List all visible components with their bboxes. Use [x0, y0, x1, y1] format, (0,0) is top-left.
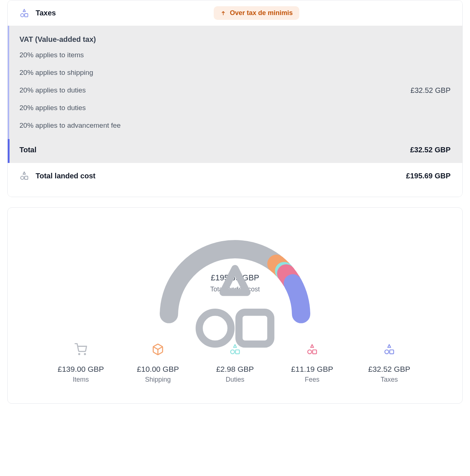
legend-label: Taxes	[380, 376, 398, 384]
legend-amount: £32.52 GBP	[368, 365, 410, 374]
svg-rect-24	[390, 350, 394, 354]
legend-item-items: £139.00 GBP Items	[42, 343, 119, 384]
landed-cost-gauge: £195.69 GBP Total landed cost	[140, 225, 330, 321]
cart-icon	[75, 343, 87, 356]
legend-label: Items	[73, 376, 89, 384]
vat-line: 20% applies to items	[19, 51, 121, 59]
over-tax-de-minimis-badge: Over tax de minimis	[214, 6, 299, 20]
vat-line: 20% applies to duties	[19, 86, 121, 94]
vat-amount: £32.52 GBP	[411, 86, 451, 95]
taxes-header-row[interactable]: Taxes Over tax de minimis	[8, 0, 462, 26]
svg-rect-1	[25, 14, 28, 17]
taxes-total-value: £32.52 GBP	[410, 146, 451, 154]
legend-amount: £10.00 GBP	[137, 365, 179, 374]
legend-amount: £139.00 GBP	[58, 365, 104, 374]
vat-line: 20% applies to advancement fee	[19, 121, 121, 130]
svg-point-17	[84, 353, 86, 355]
taxes-title: Taxes	[36, 9, 56, 17]
taxes-total-label: Total	[19, 146, 36, 154]
svg-point-0	[21, 14, 24, 17]
svg-point-14	[199, 312, 231, 344]
over-badge-label: Over tax de minimis	[230, 9, 293, 17]
legend-amount: £2.98 GBP	[216, 365, 254, 374]
svg-point-2	[21, 176, 24, 179]
svg-rect-3	[25, 176, 28, 179]
arrow-up-icon	[220, 10, 226, 16]
shapes-icon	[383, 343, 395, 356]
vat-line: 20% applies to duties	[19, 104, 121, 112]
legend-label: Fees	[305, 376, 319, 384]
shapes-icon	[19, 8, 29, 18]
vat-title: VAT (Value-added tax)	[19, 35, 451, 44]
taxes-card: Taxes Over tax de minimis VAT (Value-add…	[7, 0, 463, 197]
svg-point-23	[385, 350, 389, 354]
legend-item-taxes: £32.52 GBP Taxes	[351, 343, 428, 384]
legend-label: Shipping	[145, 376, 171, 384]
svg-point-16	[79, 353, 80, 355]
legend-label: Duties	[225, 376, 244, 384]
taxes-total-row: Total £32.52 GBP	[8, 139, 462, 163]
total-landed-cost-value: £195.69 GBP	[406, 172, 451, 180]
landed-cost-chart-card: £195.69 GBP Total landed cost £139.00 GB…	[7, 207, 463, 404]
total-landed-cost-label: Total landed cost	[36, 172, 95, 180]
taxes-body: VAT (Value-added tax) 20% applies to ite…	[8, 26, 462, 139]
total-landed-cost-row: Total landed cost £195.69 GBP	[8, 163, 462, 197]
legend-amount: £11.19 GBP	[291, 365, 333, 374]
vat-lines: 20% applies to items 20% applies to ship…	[19, 51, 121, 130]
svg-rect-15	[239, 312, 271, 344]
shapes-icon	[19, 171, 29, 181]
vat-line: 20% applies to shipping	[19, 69, 121, 77]
